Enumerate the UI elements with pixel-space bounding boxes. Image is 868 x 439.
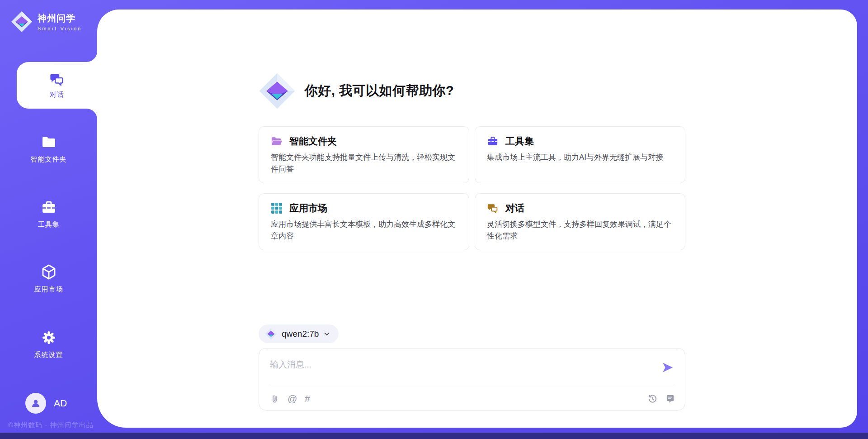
composer-divider xyxy=(269,384,675,384)
sidebar-item-smart-folder[interactable]: 智能文件夹 xyxy=(0,134,97,164)
sidebar-item-app-market[interactable]: 应用市场 xyxy=(0,264,97,294)
message-composer: @ # xyxy=(259,348,685,410)
at-icon[interactable]: @ xyxy=(288,394,297,404)
card-chat[interactable]: 对话 灵活切换多模型文件，支持多样回复效果调试，满足个性化需求 xyxy=(475,193,685,250)
model-name: qwen2:7b xyxy=(282,329,319,339)
sidebar-item-label: 对话 xyxy=(50,91,64,99)
user-name: AD xyxy=(54,398,67,409)
brand-subtitle: Smart Vision xyxy=(38,26,82,31)
chat-icon xyxy=(487,202,499,214)
gear-icon xyxy=(41,329,57,346)
brand-name: 神州问学 xyxy=(38,12,82,24)
card-description: 灵活切换多模型文件，支持多样回复效果调试，满足个性化需求 xyxy=(487,219,673,242)
bottom-accent-bar xyxy=(0,433,868,439)
composer-toolbar: @ # xyxy=(270,394,675,404)
paperclip-icon[interactable] xyxy=(270,394,280,404)
avatar xyxy=(25,393,46,414)
sidebar-item-label: 系统设置 xyxy=(34,351,63,359)
folder-icon xyxy=(41,134,57,150)
greeting-block: 你好, 我可以如何帮助你? xyxy=(259,72,454,110)
sidebar-item-label: 应用市场 xyxy=(34,285,63,294)
chat-icon xyxy=(49,72,65,87)
chevron-down-icon xyxy=(323,331,330,337)
sidebar-item-chat[interactable]: 对话 xyxy=(17,62,97,109)
grid-icon xyxy=(271,202,283,214)
greeting-title: 你好, 我可以如何帮助你? xyxy=(305,82,454,100)
tab-fillet-top xyxy=(86,51,97,62)
card-description: 智能文件夹功能支持批量文件上传与清洗，轻松实现文件问答 xyxy=(271,152,457,175)
brand-logo: 神州问学 Smart Vision xyxy=(11,11,82,33)
diamond-logo-icon xyxy=(11,11,33,33)
briefcase-icon xyxy=(487,135,499,147)
user-account[interactable]: AD xyxy=(25,393,67,414)
card-toolbox[interactable]: 工具集 集成市场上主流工具，助力AI与外界无缝扩展与对接 xyxy=(475,126,685,183)
send-icon[interactable] xyxy=(661,361,674,374)
sidebar-item-toolbox[interactable]: 工具集 xyxy=(0,199,97,229)
person-icon xyxy=(30,397,42,409)
toolbox-icon xyxy=(41,199,57,215)
app-window: 神州问学 Smart Vision 对话 智能文件夹 工具集 xyxy=(0,0,868,439)
card-description: 集成市场上主流工具，助力AI与外界无缝扩展与对接 xyxy=(487,152,673,163)
card-title: 工具集 xyxy=(505,135,534,148)
card-description: 应用市场提供丰富长文本模板，助力高效生成多样化文章内容 xyxy=(271,219,457,242)
card-title: 对话 xyxy=(505,202,524,215)
history-icon[interactable] xyxy=(647,394,657,404)
sidebar-item-settings[interactable]: 系统设置 xyxy=(0,329,97,359)
sidebar-item-label: 智能文件夹 xyxy=(31,155,67,164)
cube-icon xyxy=(41,264,57,280)
card-title: 智能文件夹 xyxy=(289,135,337,148)
diamond-logo-icon xyxy=(265,328,277,340)
hash-icon[interactable]: # xyxy=(305,394,310,404)
model-selector[interactable]: qwen2:7b xyxy=(259,324,339,343)
tab-fillet-bottom xyxy=(86,109,97,119)
diamond-logo-icon xyxy=(259,72,296,110)
card-smart-folder[interactable]: 智能文件夹 智能文件夹功能支持批量文件上传与清洗，轻松实现文件问答 xyxy=(259,126,469,183)
card-title: 应用市场 xyxy=(289,202,327,215)
feature-cards: 智能文件夹 智能文件夹功能支持批量文件上传与清洗，轻松实现文件问答 工具集 集成… xyxy=(259,126,685,250)
copyright-footer: ©神州数码 · 神州问学出品 xyxy=(8,421,93,429)
message-input[interactable] xyxy=(270,356,649,374)
card-app-market[interactable]: 应用市场 应用市场提供丰富长文本模板，助力高效生成多样化文章内容 xyxy=(259,193,469,250)
folder-open-icon xyxy=(271,135,283,147)
comment-icon[interactable] xyxy=(665,394,675,404)
sidebar-item-label: 工具集 xyxy=(38,220,60,229)
